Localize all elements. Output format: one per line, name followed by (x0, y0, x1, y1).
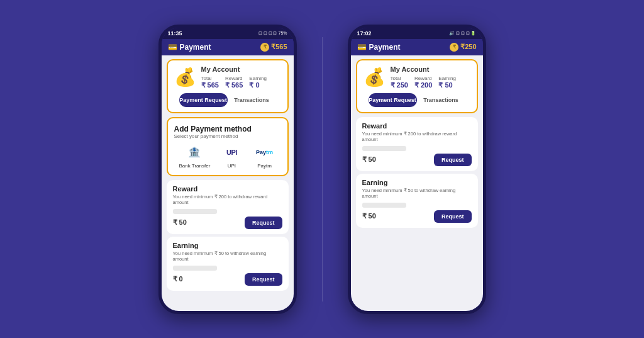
left-payment-methods: 🏦 Bank Transfer UPI UPI Paytm Paytm (174, 144, 281, 169)
left-time: 11:35 (168, 30, 182, 37)
left-reward-section: Reward You need minimum ₹ 200 to withdra… (167, 180, 289, 234)
left-reward-section-sub: You need minimum ₹ 200 to withdraw rewar… (173, 194, 282, 205)
right-reward-blurred (362, 146, 406, 151)
right-reward-request-button[interactable]: Request (434, 154, 472, 166)
right-payment-request-tab[interactable]: Payment Request (369, 93, 417, 107)
left-bank-transfer-method[interactable]: 🏦 Bank Transfer (179, 144, 211, 169)
left-reward-stat: Reward ₹ 565 (225, 76, 243, 89)
left-earning-section-sub: You need minimum ₹ 50 to withdraw earnin… (173, 251, 282, 262)
left-upi-method[interactable]: UPI UPI (220, 144, 243, 169)
right-tab-row: Payment Request Transactions (369, 93, 465, 107)
right-earning-stat: Earning ₹ 50 (438, 76, 456, 89)
right-reward-value: ₹ 200 (414, 81, 432, 89)
left-status-bar: 11:35 ⊡ ⊡ ⊡ ⊡ 75% (162, 28, 294, 39)
right-earning-section-sub: You need minimum ₹ 50 to withdraw earnin… (362, 188, 472, 199)
right-earning-blurred (362, 203, 406, 208)
left-account-stats: Total ₹ 565 Reward ₹ 565 Earning ₹ 0 (201, 76, 267, 89)
right-payment-icon: 💳 (357, 43, 367, 52)
right-reward-section: Reward You need minimum ₹ 200 to withdra… (356, 117, 478, 171)
right-account-header: 💰 My Account Total ₹ 250 Reward ₹ 200 (364, 65, 470, 89)
right-reward-label: Reward (414, 76, 432, 81)
right-reward-section-title: Reward (362, 122, 472, 130)
right-reward-section-sub: You need minimum ₹ 200 to withdraw rewar… (362, 131, 472, 142)
left-account-card: 💰 My Account Total ₹ 565 Reward ₹ 565 (167, 59, 289, 113)
left-phone-content: 💰 My Account Total ₹ 565 Reward ₹ 565 (162, 55, 294, 311)
left-phone-wrapper: 11:35 ⊡ ⊡ ⊡ ⊡ 75% 💳 Payment ₹ ₹565 💰 My … (158, 25, 297, 314)
left-total-stat: Total ₹ 565 (201, 76, 219, 89)
left-transactions-tab[interactable]: Transactions (228, 93, 276, 107)
left-total-value: ₹ 565 (201, 81, 219, 89)
left-reward-blurred (173, 209, 217, 214)
right-earning-row: ₹ 50 Request (362, 210, 472, 223)
right-money-bag-icon: 💰 (364, 69, 386, 86)
right-coins-display: ₹ ₹250 (450, 43, 476, 52)
left-earning-label: Earning (249, 76, 267, 81)
right-status-icons: 🔊 ⊡ ⊡ ⊡ 🔋 (449, 31, 477, 36)
right-earning-request-button[interactable]: Request (434, 210, 472, 223)
left-earning-amount: ₹ 0 (173, 275, 183, 283)
left-app-title: 💳 Payment (168, 43, 211, 52)
left-money-bag-icon: 💰 (174, 69, 196, 86)
left-reward-request-button[interactable]: Request (245, 217, 282, 229)
right-account-info: My Account Total ₹ 250 Reward ₹ 200 (391, 65, 456, 89)
left-bank-transfer-label: Bank Transfer (179, 163, 211, 169)
left-payment-icon: 💳 (168, 43, 177, 52)
left-payment-request-tab[interactable]: Payment Request (179, 93, 228, 107)
right-phone: 17:02 🔊 ⊡ ⊡ ⊡ 🔋 💳 Payment ₹ ₹250 💰 My Ac… (348, 25, 486, 314)
left-add-payment-title: Add Payment method (174, 125, 281, 133)
left-paytm-text: Paytm (256, 149, 273, 155)
left-reward-amount: ₹ 50 (173, 218, 187, 227)
right-earning-section-title: Earning (362, 179, 472, 186)
right-total-stat: Total ₹ 250 (391, 76, 408, 89)
left-coins-display: ₹ ₹565 (260, 43, 287, 52)
left-upi-text: UPI (226, 149, 237, 156)
left-earning-section-title: Earning (173, 242, 282, 249)
left-reward-row: ₹ 50 Request (173, 217, 282, 229)
right-earning-amount: ₹ 50 (362, 212, 376, 220)
left-upi-icon: UPI (220, 144, 243, 161)
right-earning-section: Earning You need minimum ₹ 50 to withdra… (356, 174, 478, 228)
left-earning-stat: Earning ₹ 0 (249, 76, 267, 89)
left-reward-label: Reward (225, 76, 243, 81)
left-account-info: My Account Total ₹ 565 Reward ₹ 565 (201, 65, 267, 89)
left-phone: 11:35 ⊡ ⊡ ⊡ ⊡ 75% 💳 Payment ₹ ₹565 💰 My … (158, 25, 297, 314)
left-earning-request-button[interactable]: Request (245, 273, 282, 286)
left-earning-row: ₹ 0 Request (173, 273, 282, 286)
right-earning-label: Earning (438, 76, 456, 81)
right-total-label: Total (391, 76, 408, 81)
right-reward-row: ₹ 50 Request (362, 154, 472, 166)
right-phone-wrapper: 17:02 🔊 ⊡ ⊡ ⊡ 🔋 💳 Payment ₹ ₹250 💰 My Ac… (348, 25, 486, 314)
left-earning-blurred (173, 266, 217, 271)
center-divider (322, 37, 323, 301)
right-top-bar: 💳 Payment ₹ ₹250 (351, 39, 483, 55)
left-paytm-icon: Paytm (253, 144, 275, 161)
left-add-payment-subtitle: Select your payment method (174, 133, 281, 139)
right-account-stats: Total ₹ 250 Reward ₹ 200 Earning ₹ 50 (391, 76, 456, 89)
left-account-title: My Account (201, 65, 267, 73)
left-upi-label: UPI (228, 163, 236, 169)
left-total-label: Total (201, 76, 219, 81)
left-top-bar: 💳 Payment ₹ ₹565 (162, 39, 294, 55)
right-account-card: 💰 My Account Total ₹ 250 Reward ₹ 200 (356, 59, 478, 113)
right-reward-stat: Reward ₹ 200 (414, 76, 432, 89)
left-status-icons: ⊡ ⊡ ⊡ ⊡ 75% (258, 31, 287, 36)
right-earning-value: ₹ 50 (438, 81, 456, 89)
left-coin-icon: ₹ (260, 43, 269, 52)
left-paytm-method[interactable]: Paytm Paytm (253, 144, 275, 169)
right-reward-amount: ₹ 50 (362, 155, 376, 164)
right-app-title: 💳 Payment (357, 43, 401, 52)
right-account-title: My Account (391, 65, 456, 73)
right-status-bar: 17:02 🔊 ⊡ ⊡ ⊡ 🔋 (351, 28, 483, 39)
left-account-header: 💰 My Account Total ₹ 565 Reward ₹ 565 (174, 65, 281, 89)
left-reward-section-title: Reward (173, 185, 282, 193)
left-paytm-label: Paytm (257, 163, 272, 169)
right-coin-icon: ₹ (450, 43, 458, 52)
right-transactions-tab[interactable]: Transactions (417, 93, 465, 107)
left-earning-section: Earning You need minimum ₹ 50 to withdra… (167, 237, 289, 291)
left-earning-value: ₹ 0 (249, 81, 267, 89)
right-total-value: ₹ 250 (391, 81, 408, 89)
right-phone-content: 💰 My Account Total ₹ 250 Reward ₹ 200 (351, 55, 483, 311)
right-time: 17:02 (357, 30, 372, 37)
left-add-payment-card: Add Payment method Select your payment m… (167, 117, 289, 176)
left-tab-row: Payment Request Transactions (179, 93, 276, 107)
